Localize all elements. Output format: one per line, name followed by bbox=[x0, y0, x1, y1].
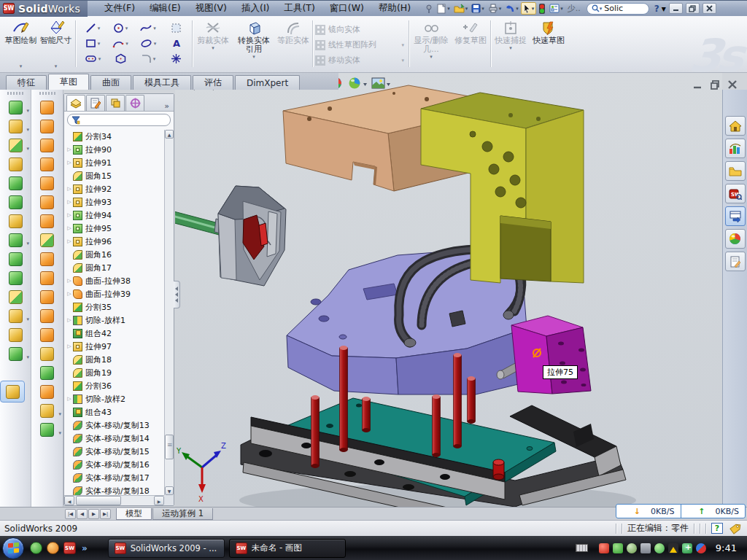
slot-icon[interactable]: ▾ bbox=[79, 51, 107, 66]
antivirus-shield-icon[interactable] bbox=[599, 543, 609, 553]
toolbar-overflow-label[interactable]: 少.. bbox=[568, 3, 581, 14]
taskbar-window-button[interactable]: SW SolidWorks 2009 - ... bbox=[108, 539, 225, 558]
model-tab[interactable]: 模型 bbox=[116, 508, 152, 520]
keyboard-layout-icon[interactable] bbox=[576, 544, 588, 552]
media-quicklaunch-icon[interactable] bbox=[47, 542, 59, 554]
point-icon[interactable] bbox=[162, 51, 190, 66]
scroll-up-icon[interactable]: ▲ bbox=[165, 130, 174, 139]
ribbon-tab[interactable]: DimXpert bbox=[235, 75, 300, 90]
motion-study-tab[interactable]: 运动算例 1 bbox=[152, 508, 213, 520]
minimize-button[interactable] bbox=[669, 3, 683, 14]
feature-tree-item[interactable]: 圆角17 bbox=[66, 261, 164, 274]
vertical-scroll-thumb[interactable] bbox=[165, 435, 174, 459]
pattern-row[interactable]: 线性草图阵列 ▾ bbox=[315, 37, 404, 52]
pattern-row[interactable]: 移动实体 ▾ bbox=[315, 52, 404, 68]
surface-tool-button[interactable] bbox=[31, 174, 63, 192]
file-explorer-icon[interactable] bbox=[725, 161, 746, 181]
feature-tree-item[interactable]: 圆角19 bbox=[66, 366, 164, 379]
surface-tool-button[interactable] bbox=[31, 117, 63, 136]
feature-tree-item[interactable]: 实体-移动/复制14 bbox=[66, 432, 164, 445]
feature-tree-item[interactable]: ▷ 切除-放样1 bbox=[66, 314, 164, 327]
menu-item[interactable]: 视图(V) bbox=[189, 1, 233, 16]
scroll-right-icon[interactable]: ▶ bbox=[154, 496, 164, 505]
panel-chevron-icon[interactable]: » bbox=[164, 101, 169, 111]
surface-tool-button[interactable] bbox=[31, 230, 63, 249]
ribbon-tab[interactable]: 模具工具 bbox=[133, 75, 191, 90]
toolbar-grip[interactable] bbox=[39, 92, 55, 95]
feature-tree-item[interactable]: 圆角18 bbox=[66, 353, 164, 366]
feature-tool-button[interactable]: ▾ bbox=[0, 98, 31, 117]
feature-tree-item[interactable]: 分割34 bbox=[66, 130, 164, 143]
new-document-button[interactable]: ▾ bbox=[436, 3, 452, 15]
surface-tool-button[interactable] bbox=[31, 287, 63, 306]
wireless-icon[interactable] bbox=[654, 543, 665, 553]
feature-tree-item[interactable]: ▷ 拉伸94 bbox=[66, 209, 164, 222]
feature-tree-item[interactable]: 组合42 bbox=[66, 327, 164, 340]
start-button[interactable] bbox=[2, 537, 24, 559]
network-warning-icon[interactable] bbox=[668, 543, 678, 553]
configurationmanager-tab[interactable] bbox=[106, 95, 125, 111]
feature-tool-button[interactable] bbox=[0, 287, 31, 306]
feature-tool-button[interactable] bbox=[0, 211, 31, 230]
feature-tool-button[interactable] bbox=[0, 155, 31, 174]
first-tab-icon[interactable]: |◀ bbox=[65, 509, 76, 519]
text-icon[interactable]: A bbox=[162, 36, 190, 51]
quicklaunch-overflow-icon[interactable]: » bbox=[82, 543, 88, 553]
surface-tool-button[interactable] bbox=[31, 136, 63, 155]
apply-scene-icon[interactable] bbox=[372, 78, 384, 88]
optimizer-icon[interactable] bbox=[627, 543, 637, 553]
panel-splitter-handle[interactable] bbox=[174, 281, 180, 308]
circle-icon[interactable]: ▾ bbox=[107, 20, 134, 36]
menu-item[interactable]: 工具(T) bbox=[277, 1, 321, 16]
select-tool-button[interactable]: ▾ bbox=[521, 2, 537, 15]
feature-tree-item[interactable]: 实体-移动/复制15 bbox=[66, 445, 164, 458]
surface-tool-button[interactable]: ▾ bbox=[31, 401, 63, 420]
feature-tool-button[interactable] bbox=[0, 249, 31, 268]
view-palette-icon[interactable] bbox=[725, 206, 746, 226]
feature-tree-item[interactable]: ▷ 曲面-拉伸39 bbox=[66, 287, 164, 300]
dimxpertmanager-tab[interactable] bbox=[125, 95, 144, 111]
feature-tree-item[interactable]: ▷ 曲面-拉伸38 bbox=[66, 274, 164, 287]
open-document-button[interactable]: ▾ bbox=[452, 3, 470, 14]
custom-properties-icon[interactable] bbox=[725, 252, 746, 271]
tree-horizontal-scrollbar[interactable]: ◀ ▶ bbox=[64, 495, 164, 505]
feature-tree-item[interactable]: 分割35 bbox=[66, 300, 164, 314]
pattern-row[interactable]: 镜向实体 bbox=[315, 22, 404, 37]
arc-icon[interactable]: ▾ bbox=[107, 36, 134, 51]
surface-tool-button[interactable]: ▾ bbox=[31, 420, 63, 439]
surface-tool-button[interactable] bbox=[31, 155, 63, 174]
feature-tree-item[interactable]: 分割36 bbox=[66, 379, 164, 392]
feature-tree-item[interactable]: ▷ 拉伸96 bbox=[66, 235, 164, 248]
horizontal-scroll-thumb[interactable] bbox=[76, 496, 121, 505]
rapid-sketch-button[interactable]: 快速草图 bbox=[531, 20, 566, 45]
ribbon-tab[interactable]: 曲面 bbox=[90, 75, 131, 90]
help-button[interactable]: ? bbox=[653, 4, 661, 14]
quick-snaps-button[interactable]: 快速捕捉▾ bbox=[493, 20, 528, 52]
security-shield-icon[interactable] bbox=[613, 543, 623, 553]
feature-tree-item[interactable]: 组合43 bbox=[66, 405, 164, 419]
repair-sketch-button[interactable]: 修复草图 bbox=[454, 20, 487, 45]
surface-tool-button[interactable] bbox=[31, 211, 63, 230]
surface-tool-button[interactable] bbox=[31, 344, 63, 363]
trim-entities-button[interactable]: 剪裁实体▾ bbox=[195, 20, 231, 52]
feature-tree-item[interactable]: ▷ 拉伸90 bbox=[66, 143, 164, 156]
sketch-fillet-icon[interactable]: ▾ bbox=[134, 51, 162, 66]
feature-tool-button[interactable] bbox=[0, 192, 31, 211]
smart-dimension-button[interactable]: 智能尺寸▾ bbox=[39, 18, 73, 70]
feature-tool-button[interactable] bbox=[0, 381, 25, 402]
updater-icon[interactable] bbox=[696, 543, 706, 553]
menu-item[interactable]: 帮助(H) bbox=[372, 1, 417, 16]
graphics-area[interactable]: Y Z X bbox=[175, 73, 722, 507]
feature-tool-button[interactable] bbox=[0, 268, 31, 287]
solidworks-resources-icon[interactable]: SW bbox=[725, 184, 746, 203]
feature-tree-item[interactable]: 实体-移动/复制13 bbox=[66, 419, 164, 432]
prev-tab-icon[interactable]: ◀ bbox=[77, 509, 88, 519]
surface-tool-button[interactable] bbox=[31, 98, 63, 117]
featuremanager-tab[interactable] bbox=[66, 95, 85, 111]
surface-tool-button[interactable] bbox=[31, 249, 63, 268]
ellipse-icon[interactable]: ▾ bbox=[134, 36, 162, 51]
tree-vertical-scrollbar[interactable]: ▲ ▼ bbox=[164, 130, 174, 495]
feature-tree-item[interactable]: ▷ 切除-放样2 bbox=[66, 392, 164, 405]
menu-item[interactable]: 窗口(W) bbox=[323, 1, 371, 16]
messenger-quicklaunch-icon[interactable] bbox=[30, 542, 42, 554]
